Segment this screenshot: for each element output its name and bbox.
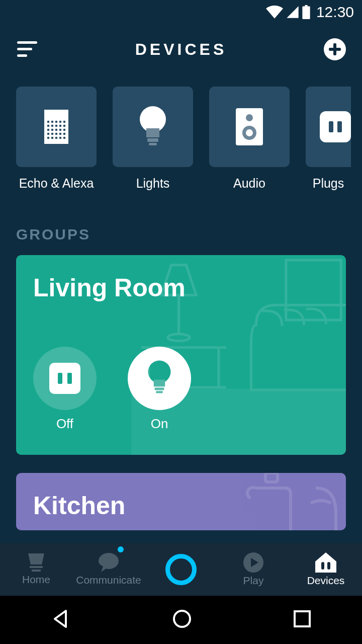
devices-icon xyxy=(315,552,336,573)
svg-rect-51 xyxy=(265,473,278,482)
svg-rect-5 xyxy=(329,48,341,51)
svg-rect-60 xyxy=(295,611,310,626)
svg-point-8 xyxy=(51,121,54,123)
page-title: DEVICES xyxy=(38,40,324,59)
play-icon xyxy=(243,552,263,573)
control-label: On xyxy=(151,416,168,432)
category-lights[interactable]: Lights xyxy=(113,87,193,191)
app-header: DEVICES xyxy=(0,24,362,74)
svg-point-18 xyxy=(51,129,54,131)
svg-point-22 xyxy=(47,133,50,135)
nav-play[interactable]: Play xyxy=(217,543,290,596)
circle-icon xyxy=(172,609,192,629)
svg-point-28 xyxy=(51,137,54,139)
svg-point-57 xyxy=(321,562,324,565)
add-button[interactable] xyxy=(324,38,346,60)
category-audio[interactable]: Audio xyxy=(209,87,290,191)
svg-point-31 xyxy=(63,137,66,139)
svg-point-27 xyxy=(47,137,50,139)
svg-rect-40 xyxy=(320,111,351,142)
svg-point-37 xyxy=(246,114,253,121)
nav-label: Home xyxy=(22,574,50,586)
menu-button[interactable] xyxy=(16,38,38,60)
category-label: Echo & Alexa xyxy=(19,176,94,191)
svg-rect-52 xyxy=(30,566,43,568)
nav-alexa[interactable] xyxy=(145,543,217,596)
bulb-icon xyxy=(138,106,168,147)
nav-communicate[interactable]: Communicate xyxy=(72,543,145,596)
plus-icon xyxy=(324,38,346,60)
nav-label: Communicate xyxy=(76,574,141,586)
svg-point-15 xyxy=(59,125,62,127)
bottom-nav: Home Communicate Play xyxy=(0,543,362,596)
android-home-button[interactable] xyxy=(172,609,192,631)
category-plugs[interactable]: Plugs xyxy=(306,87,351,191)
group-control-light[interactable]: On xyxy=(128,347,191,432)
menu-icon xyxy=(17,41,37,57)
svg-point-25 xyxy=(59,133,62,135)
svg-rect-50 xyxy=(156,391,163,393)
wifi-icon xyxy=(266,6,283,19)
cell-icon xyxy=(286,6,299,19)
plug-icon xyxy=(320,111,351,142)
svg-rect-42 xyxy=(337,121,342,132)
nav-home[interactable]: Home xyxy=(0,543,72,596)
svg-point-23 xyxy=(51,133,54,135)
category-label: Plugs xyxy=(313,176,344,191)
svg-rect-49 xyxy=(154,387,164,390)
groups-section-title: GROUPS xyxy=(0,191,362,255)
back-icon xyxy=(51,609,71,629)
plug-icon xyxy=(49,363,80,394)
bulb-icon xyxy=(146,360,172,396)
svg-point-20 xyxy=(59,129,62,131)
svg-point-19 xyxy=(55,129,58,131)
square-icon xyxy=(293,610,311,628)
svg-rect-53 xyxy=(32,570,41,572)
status-bar: 12:30 xyxy=(0,0,362,24)
svg-rect-34 xyxy=(147,138,158,142)
nav-label: Devices xyxy=(307,575,345,587)
svg-point-16 xyxy=(63,125,66,127)
svg-point-9 xyxy=(55,121,58,123)
svg-rect-2 xyxy=(17,54,27,57)
category-echo[interactable]: Echo & Alexa xyxy=(16,87,97,191)
category-scroller[interactable]: Echo & Alexa Lights xyxy=(0,74,362,191)
android-recent-button[interactable] xyxy=(293,610,311,630)
control-label: Off xyxy=(56,416,73,432)
alexa-ring-icon xyxy=(165,554,197,585)
category-label: Audio xyxy=(233,176,265,191)
svg-rect-33 xyxy=(146,128,159,137)
svg-rect-0 xyxy=(17,41,37,44)
echo-icon xyxy=(44,110,68,144)
category-label: Lights xyxy=(136,176,170,191)
chat-icon xyxy=(98,553,119,572)
svg-point-17 xyxy=(47,129,50,131)
speaker-icon xyxy=(236,108,263,145)
nav-devices[interactable]: Devices xyxy=(290,543,362,596)
svg-point-39 xyxy=(246,129,253,136)
svg-point-59 xyxy=(174,611,190,627)
notification-dot xyxy=(118,546,124,552)
svg-point-11 xyxy=(63,121,66,123)
android-back-button[interactable] xyxy=(51,609,71,631)
group-card-kitchen[interactable]: Kitchen xyxy=(16,473,346,530)
home-icon xyxy=(26,553,46,572)
svg-point-30 xyxy=(59,137,62,139)
svg-rect-35 xyxy=(149,143,157,145)
svg-point-12 xyxy=(47,125,50,127)
svg-point-29 xyxy=(55,137,58,139)
svg-point-13 xyxy=(51,125,54,127)
svg-point-45 xyxy=(168,334,190,341)
svg-rect-41 xyxy=(329,121,333,132)
group-control-plug[interactable]: Off xyxy=(33,347,97,432)
svg-point-7 xyxy=(47,121,50,123)
svg-point-21 xyxy=(63,129,66,131)
kitchen-illustration xyxy=(210,473,341,530)
svg-point-24 xyxy=(55,133,58,135)
group-card-living-room[interactable]: Living Room Off xyxy=(16,255,346,455)
svg-point-14 xyxy=(55,125,58,127)
svg-point-58 xyxy=(327,562,330,565)
nav-label: Play xyxy=(243,575,264,587)
svg-rect-48 xyxy=(154,380,165,387)
status-time: 12:30 xyxy=(316,4,354,21)
